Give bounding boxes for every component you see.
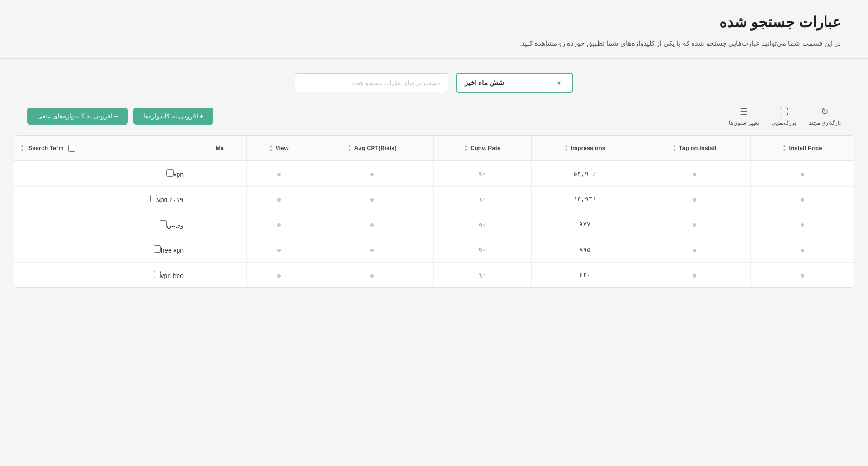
impressions-cell: ۱۳,۹۳۶ bbox=[531, 187, 638, 212]
search-term-cell: vpn bbox=[14, 161, 193, 187]
date-dropdown[interactable]: ▾ شش ماه اخیر bbox=[456, 73, 573, 93]
tap-dot bbox=[693, 223, 696, 227]
conv-rate-cell: %◦ bbox=[433, 237, 531, 263]
row-checkbox[interactable] bbox=[150, 195, 157, 202]
search-term-value: vpn bbox=[174, 171, 184, 178]
conv-rate-cell: %◦ bbox=[433, 187, 531, 212]
table-header-row: Search Term ▲ ▼ Ma bbox=[14, 136, 854, 161]
toolbar-left: ↻ بارگذاری مجدد ⛶ بزرگ‌نمایی ☰ تغییر ستو… bbox=[729, 106, 841, 126]
avg-cpt-cell bbox=[311, 263, 433, 288]
tap-on-install-cell bbox=[638, 263, 751, 288]
add-keywords-label: + افزودن به کلیدواژه‌ها bbox=[143, 113, 203, 120]
row-checkbox[interactable] bbox=[154, 271, 161, 278]
sort-arrows-avg-cpt[interactable]: ▲ ▼ bbox=[348, 144, 352, 152]
th-avg-cpt-label: Avg CPT(Rials) bbox=[354, 145, 396, 151]
conv-rate-value: %◦ bbox=[479, 247, 486, 254]
add-keywords-button[interactable]: + افزودن به کلیدواژه‌ها bbox=[133, 108, 213, 125]
toolbar-row: ↻ بارگذاری مجدد ⛶ بزرگ‌نمایی ☰ تغییر ستو… bbox=[0, 106, 868, 135]
view-dot bbox=[277, 249, 281, 252]
conv-rate-cell: %◦ bbox=[433, 212, 531, 237]
row-checkbox[interactable] bbox=[154, 245, 161, 253]
tap-dot bbox=[693, 249, 696, 252]
th-impressions-label: Impressions bbox=[571, 145, 605, 151]
avg-cpt-dot bbox=[370, 249, 374, 252]
zoom-icon: ⛶ bbox=[779, 107, 788, 117]
zoom-label: بزرگ‌نمایی bbox=[772, 120, 796, 126]
impressions-cell: ۵۴,۹۰۶ bbox=[531, 161, 638, 187]
search-input[interactable] bbox=[295, 73, 448, 92]
table-wrapper: Search Term ▲ ▼ Ma bbox=[14, 135, 854, 288]
avg-cpt-dot bbox=[370, 223, 374, 227]
conv-rate-cell: %◦ bbox=[433, 263, 531, 288]
search-term-value: free vpn bbox=[161, 247, 184, 254]
avg-cpt-dot bbox=[370, 274, 374, 278]
search-term-value: vpn free bbox=[161, 272, 184, 279]
install-price-dot bbox=[801, 274, 804, 278]
table-row: vpn free%◦۴۲۰ bbox=[14, 263, 854, 288]
th-search-term: Search Term ▲ ▼ bbox=[14, 136, 193, 161]
avg-cpt-cell bbox=[311, 187, 433, 212]
reload-label: بارگذاری مجدد bbox=[809, 120, 841, 126]
row-checkbox[interactable] bbox=[166, 169, 174, 177]
table-row: وی‌پین%◦۹۷۷ bbox=[14, 212, 854, 237]
page-title: عبارات جستجو شده bbox=[27, 14, 841, 31]
conv-rate-cell: %◦ bbox=[433, 161, 531, 187]
install-price-dot bbox=[801, 223, 804, 227]
th-install-price: ▲ ▼ Install Price bbox=[751, 136, 854, 161]
search-term-cell: vpn ۲۰۱۹ bbox=[14, 187, 193, 212]
view-dot bbox=[277, 223, 281, 227]
th-ma: Ma bbox=[193, 136, 247, 161]
zoom-button[interactable]: ⛶ بزرگ‌نمایی bbox=[772, 107, 796, 126]
th-ma-label: Ma bbox=[216, 145, 224, 151]
sort-arrows-view[interactable]: ▲ ▼ bbox=[269, 144, 273, 152]
th-search-term-label: Search Term bbox=[28, 145, 64, 151]
tap-on-install-cell bbox=[638, 187, 751, 212]
conv-rate-value: %◦ bbox=[479, 171, 486, 178]
sort-arrows-tap-on-install[interactable]: ▲ ▼ bbox=[673, 144, 676, 152]
chevron-down-icon: ▾ bbox=[557, 80, 561, 86]
install-price-cell bbox=[751, 237, 854, 263]
ma-cell bbox=[193, 212, 247, 237]
sort-arrows-search-term[interactable]: ▲ ▼ bbox=[20, 144, 24, 152]
th-tap-on-install: ▲ ▼ Tap on Install bbox=[638, 136, 751, 161]
avg-cpt-dot bbox=[370, 198, 374, 202]
search-term-value: vpn ۲۰۱۹ bbox=[157, 196, 184, 203]
tap-dot bbox=[693, 173, 696, 176]
th-impressions: ▲ ▼ Impressions bbox=[531, 136, 638, 161]
view-cell bbox=[246, 212, 311, 237]
controls-row: ▾ شش ماه اخیر bbox=[0, 73, 868, 106]
table-row: free vpn%◦۸۹۵ bbox=[14, 237, 854, 263]
sort-arrows-install-price[interactable]: ▲ ▼ bbox=[783, 144, 787, 152]
view-cell bbox=[246, 161, 311, 187]
avg-cpt-cell bbox=[311, 212, 433, 237]
view-dot bbox=[277, 173, 281, 176]
sort-arrows-conv-rate[interactable]: ▲ ▼ bbox=[464, 144, 467, 152]
row-checkbox[interactable] bbox=[160, 220, 167, 227]
tap-on-install-cell bbox=[638, 212, 751, 237]
ma-cell bbox=[193, 263, 247, 288]
page-wrapper: عبارات جستجو شده در این قسمت شما می‌توان… bbox=[0, 0, 868, 466]
install-price-cell bbox=[751, 161, 854, 187]
avg-cpt-cell bbox=[311, 237, 433, 263]
install-price-cell bbox=[751, 187, 854, 212]
table-body: vpn%◦۵۴,۹۰۶vpn ۲۰۱۹%◦۱۳,۹۳۶وی‌پین%◦۹۷۷fr… bbox=[14, 161, 854, 287]
th-conv-rate-label: Conv. Rate bbox=[470, 145, 500, 151]
sort-arrows-impressions[interactable]: ▲ ▼ bbox=[564, 144, 568, 152]
columns-button[interactable]: ☰ تغییر ستون‌ها bbox=[729, 106, 759, 126]
reload-button[interactable]: ↻ بارگذاری مجدد bbox=[809, 106, 841, 126]
table-row: vpn ۲۰۱۹%◦۱۳,۹۳۶ bbox=[14, 187, 854, 212]
th-tap-on-install-label: Tap on Install bbox=[679, 145, 717, 151]
tap-on-install-cell bbox=[638, 161, 751, 187]
ma-cell bbox=[193, 237, 247, 263]
tap-dot bbox=[693, 198, 696, 202]
date-dropdown-label: شش ماه اخیر bbox=[465, 79, 504, 87]
conv-rate-value: %◦ bbox=[479, 221, 486, 228]
main-table: Search Term ▲ ▼ Ma bbox=[14, 136, 854, 287]
add-negative-keywords-button[interactable]: + افزودن به کلیدواژه‌های منفی bbox=[27, 108, 128, 125]
select-all-checkbox[interactable] bbox=[68, 145, 75, 152]
page-subtitle: در این قسمت شما می‌توانید عبارت‌هایی جست… bbox=[27, 37, 841, 49]
tap-dot bbox=[693, 274, 696, 278]
add-negative-label: + افزودن به کلیدواژه‌های منفی bbox=[37, 113, 118, 120]
install-price-cell bbox=[751, 212, 854, 237]
th-avg-cpt: ▲ ▼ Avg CPT(Rials) bbox=[311, 136, 433, 161]
